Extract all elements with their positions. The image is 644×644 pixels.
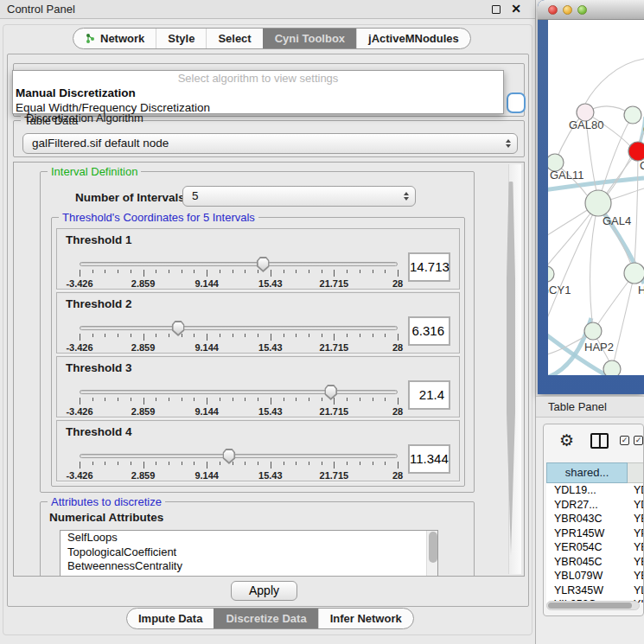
network-node[interactable] bbox=[624, 106, 641, 124]
threshold-slider[interactable]: -3.4262.8599.14415.4321.71528 bbox=[80, 257, 398, 290]
control-panel-title: Control Panel bbox=[7, 0, 75, 18]
tab-jactivemnodules[interactable]: jActiveMNodules bbox=[356, 29, 470, 48]
dropdown-option-manual[interactable]: Manual Discretization bbox=[13, 86, 503, 100]
slider-track[interactable] bbox=[80, 390, 398, 394]
slider-tick-labels: -3.4262.8599.14415.4321.71528 bbox=[80, 406, 398, 417]
threshold-value-field[interactable]: 14.713 bbox=[408, 252, 450, 282]
table-row[interactable]: YDR27...YDR2 bbox=[546, 498, 644, 513]
column-header-name[interactable]: name bbox=[628, 462, 644, 483]
stepper-icon[interactable] bbox=[506, 139, 511, 148]
table-data-section: Table Data galFiltered.sif default node bbox=[13, 120, 525, 157]
slider-ticks bbox=[80, 398, 398, 405]
table-panel-title: Table Panel bbox=[548, 400, 607, 413]
number-of-intervals-value: 5 bbox=[192, 189, 199, 202]
control-panel: Control Panel ✕ Network Style Select Cyn… bbox=[0, 0, 536, 644]
split-pane-icon[interactable] bbox=[590, 433, 609, 449]
network-node[interactable] bbox=[585, 190, 611, 216]
checkbox-checked-icon[interactable]: ✓ bbox=[634, 436, 643, 445]
network-node[interactable] bbox=[548, 266, 554, 282]
slider-tick-labels: -3.4262.8599.14415.4321.71528 bbox=[80, 278, 398, 289]
table-row[interactable]: YER054CYER0 bbox=[546, 540, 644, 555]
settings-scroll-area: Interval Definition Number of Intervals … bbox=[13, 162, 525, 577]
attributes-list-scrollbar[interactable] bbox=[426, 531, 437, 577]
tab-discretize-data[interactable]: Discretize Data bbox=[214, 609, 317, 628]
network-node[interactable] bbox=[624, 263, 644, 284]
network-edge[interactable] bbox=[585, 59, 644, 104]
table-panel-titlebar: Table Panel bbox=[536, 396, 644, 418]
table-row[interactable]: YLR345WYLR3 bbox=[546, 583, 644, 598]
checkbox-checked-icon[interactable]: ✓ bbox=[620, 436, 629, 445]
attribute-list-item[interactable]: BetweennessCentrality bbox=[61, 559, 437, 574]
right-side: GAL80GAGAL11CGAL4GCY1HHAP2 Table Panel ⚙… bbox=[536, 0, 644, 644]
network-icon bbox=[85, 33, 96, 44]
attribute-list-item[interactable]: TopologicalCoefficient bbox=[61, 545, 437, 560]
tab-cyni-toolbox[interactable]: Cyni Toolbox bbox=[263, 29, 356, 48]
network-node[interactable] bbox=[603, 360, 621, 375]
threshold-label: Threshold 4 bbox=[66, 425, 132, 438]
zoom-traffic-light-icon[interactable] bbox=[577, 5, 587, 15]
threshold-slider[interactable]: -3.4262.8599.14415.4321.71528 bbox=[80, 449, 398, 481]
thresholds-title: Threshold's Coordinates for 5 Intervals bbox=[59, 211, 258, 224]
network-node[interactable] bbox=[628, 142, 644, 161]
slider-track[interactable] bbox=[80, 262, 398, 266]
table-horizontal-scrollbar[interactable] bbox=[546, 601, 640, 610]
table-row[interactable]: YBR043CYBR0 bbox=[546, 512, 644, 526]
table-row[interactable]: YBL079WYBL0 bbox=[546, 569, 644, 583]
threshold-value-field[interactable]: 6.316 bbox=[408, 316, 450, 346]
threshold-value-field[interactable]: 21.4 bbox=[408, 380, 450, 410]
column-header-shared-name[interactable]: shared... bbox=[546, 462, 628, 483]
network-window-titlebar[interactable] bbox=[538, 0, 644, 20]
gear-icon[interactable]: ⚙ bbox=[559, 430, 574, 451]
table-rows[interactable]: YDL19...YDL1YDR27...YDR2YBR043CYBR0YPR14… bbox=[546, 483, 644, 603]
tab-infer-network[interactable]: Infer Network bbox=[318, 609, 413, 628]
slider-ticks bbox=[80, 462, 398, 469]
threshold-label: Threshold 2 bbox=[66, 297, 132, 310]
threshold-label: Threshold 1 bbox=[66, 233, 132, 246]
table-row[interactable]: YPR145WYPR1 bbox=[546, 526, 644, 541]
slider-track[interactable] bbox=[80, 326, 398, 330]
control-panel-tabbar: Network Style Select Cyni Toolbox jActiv… bbox=[73, 28, 471, 49]
attributes-list[interactable]: SelfLoopsTopologicalCoefficientBetweenne… bbox=[60, 530, 438, 577]
attributes-title: Attributes to discretize bbox=[48, 495, 165, 508]
tab-select[interactable]: Select bbox=[206, 29, 262, 48]
table-data-combobox[interactable]: galFiltered.sif default node bbox=[22, 133, 518, 154]
number-of-intervals-combobox[interactable]: 5 bbox=[182, 186, 416, 207]
threshold-value-field[interactable]: 11.344 bbox=[408, 444, 450, 474]
thresholds-section: Threshold's Coordinates for 5 Intervals … bbox=[51, 217, 465, 487]
stepper-icon[interactable] bbox=[404, 192, 409, 201]
threshold-slider[interactable]: -3.4262.8599.14415.4321.71528 bbox=[80, 385, 398, 418]
table-header-row: shared... name bbox=[546, 462, 644, 483]
algorithm-combobox-focus-ring[interactable] bbox=[507, 92, 526, 113]
tab-network[interactable]: Network bbox=[73, 29, 156, 48]
network-node-label: C bbox=[640, 159, 644, 172]
slider-tick-labels: -3.4262.8599.14415.4321.71528 bbox=[80, 342, 398, 353]
network-node-label: H bbox=[638, 284, 644, 296]
threshold-slider[interactable]: -3.4262.8599.14415.4321.71528 bbox=[80, 321, 398, 354]
app-root: Control Panel ✕ Network Style Select Cyn… bbox=[0, 0, 644, 644]
attributes-section: Attributes to discretize Numerical Attri… bbox=[40, 501, 475, 577]
tab-impute-data[interactable]: Impute Data bbox=[127, 609, 214, 628]
apply-button[interactable]: Apply bbox=[231, 581, 297, 601]
threshold-label: Threshold 3 bbox=[66, 361, 132, 374]
close-icon[interactable]: ✕ bbox=[511, 0, 521, 18]
threshold-panel: Threshold 3 -3.4262.8599.14415.4321.7152… bbox=[56, 356, 460, 418]
table-panel: ⚙ ✓ ✓ shared... name YDL19...YDL1YDR27..… bbox=[543, 424, 644, 616]
network-canvas[interactable]: GAL80GAGAL11CGAL4GCY1HHAP2 bbox=[548, 20, 644, 375]
float-window-icon[interactable] bbox=[492, 5, 501, 14]
network-node-label: HAP2 bbox=[584, 341, 614, 354]
threshold-panel: Threshold 1 -3.4262.8599.14415.4321.7152… bbox=[56, 228, 460, 290]
table-row[interactable]: YBR045CYBR0 bbox=[546, 555, 644, 570]
settings-scrollbar[interactable] bbox=[508, 164, 521, 574]
cyni-bottom-tabbar: Impute Data Discretize Data Infer Networ… bbox=[126, 608, 414, 629]
network-edge[interactable] bbox=[590, 203, 598, 322]
tab-style[interactable]: Style bbox=[156, 29, 206, 48]
threshold-panel: Threshold 4 -3.4262.8599.14415.4321.7152… bbox=[56, 420, 460, 481]
network-node[interactable] bbox=[584, 322, 602, 340]
network-edge[interactable] bbox=[634, 151, 638, 264]
minimize-traffic-light-icon[interactable] bbox=[563, 5, 572, 15]
attribute-list-item[interactable]: SelfLoops bbox=[61, 531, 437, 545]
slider-track[interactable] bbox=[80, 454, 398, 458]
slider-ticks bbox=[80, 270, 398, 277]
close-traffic-light-icon[interactable] bbox=[548, 5, 558, 15]
table-row[interactable]: YDL19...YDL1 bbox=[546, 483, 644, 498]
